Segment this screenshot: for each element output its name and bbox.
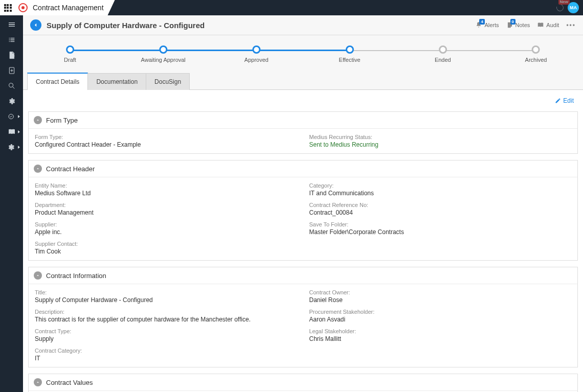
field-label: Department:	[35, 202, 297, 208]
field-label: Contract Category:	[35, 348, 297, 354]
field-label: Supplier Contact:	[35, 241, 297, 247]
brand-title: Contract Management	[33, 4, 104, 12]
panel-col-right: Category:IT and CommunicationsContract R…	[309, 182, 572, 255]
topbar-right: New MA	[555, 2, 583, 13]
field: Form Type:Configured Contract Header - E…	[35, 134, 297, 148]
refresh-icon[interactable]: New	[555, 3, 565, 12]
field: Save To Folder:Master Folder\Corporate C…	[309, 221, 572, 236]
field: Legal Stakeholder:Chris Mallitt	[309, 328, 572, 342]
collapse-icon[interactable]	[34, 165, 42, 173]
panel-contract-values: Contract ValuesEstimated Contract Value:…	[28, 374, 578, 392]
panel-col-right: Medius Recurring Status:Sent to Medius R…	[309, 134, 572, 148]
collapse-icon[interactable]	[34, 116, 42, 124]
field-label: Legal Stakeholder:	[309, 328, 572, 334]
step-label: Effective	[339, 57, 361, 63]
step-label: Awaiting Approval	[141, 57, 186, 63]
field: Category:IT and Communications	[309, 182, 572, 197]
field-value: Supply of Computer Hardware - Configured	[35, 296, 297, 304]
field: Supplier:Apple inc.	[35, 221, 297, 236]
step-label: Ended	[435, 57, 451, 63]
field-label: Save To Folder:	[309, 221, 572, 227]
field-value: This contract is for the supplier of com…	[35, 316, 297, 323]
field: Procurement Stakeholder:Aaron Asvadi	[309, 309, 572, 323]
field: Contract Reference No:Contract_00084	[309, 202, 572, 216]
field: Department:Product Management	[35, 202, 297, 216]
panel-contract-information: Contract InformationTitle:Supply of Comp…	[28, 267, 578, 367]
sidebar-add-document-icon[interactable]	[0, 63, 23, 78]
collapse-icon[interactable]	[34, 271, 42, 280]
field-value: Aaron Asvadi	[309, 316, 572, 323]
collapse-icon[interactable]	[34, 378, 42, 386]
panel-title: Contract Information	[46, 272, 106, 280]
field: Entity Name:Medius Software Ltd	[35, 182, 297, 197]
notes-label: Notes	[515, 22, 530, 28]
field-value: Sent to Medius Recurring	[309, 141, 572, 148]
field-value: Apple inc.	[35, 228, 297, 236]
sidebar-settings-icon[interactable]	[0, 140, 23, 154]
panel-form-type: Form TypeForm Type:Configured Contract H…	[28, 111, 578, 154]
step-draft[interactable]: Draft	[64, 45, 76, 63]
field-value: Medius Software Ltd	[35, 190, 297, 197]
apps-grid-icon[interactable]	[0, 0, 15, 15]
book-open-icon	[537, 21, 544, 29]
stepper: DraftAwaiting ApprovalApprovedEffectiveE…	[23, 35, 583, 72]
panel-title: Contract Values	[46, 379, 93, 386]
sidebar-search-icon[interactable]	[0, 79, 23, 93]
back-button[interactable]	[30, 19, 41, 31]
notes-button[interactable]: 0 Notes	[506, 21, 530, 29]
header-actions: 4 Alerts 0 Notes Audit •••	[475, 21, 576, 29]
sidebar-list-icon[interactable]	[0, 33, 23, 47]
panel-col-left: Title:Supply of Computer Hardware - Conf…	[35, 289, 297, 362]
new-badge: New	[558, 0, 570, 5]
edit-button[interactable]: Edit	[555, 93, 574, 108]
tab-documentation[interactable]: Documentation	[88, 73, 146, 90]
sidebar-menu-icon[interactable]	[0, 17, 23, 32]
content: Form TypeForm Type:Configured Contract H…	[23, 111, 583, 392]
notes-count: 0	[510, 19, 515, 25]
edit-label: Edit	[563, 97, 574, 104]
field: Title:Supply of Computer Hardware - Conf…	[35, 289, 297, 304]
step-approved[interactable]: Approved	[244, 45, 268, 63]
field-label: Procurement Stakeholder:	[309, 309, 572, 315]
step-label: Archived	[525, 57, 547, 63]
field-label: Title:	[35, 289, 297, 295]
panel-col-right: Contract Owner:Daniel RoseProcurement St…	[309, 289, 572, 362]
alerts-count: 4	[479, 19, 484, 25]
audit-button[interactable]: Audit	[537, 21, 559, 29]
panel-col-left: Form Type:Configured Contract Header - E…	[35, 134, 297, 148]
sidebar-book-icon[interactable]	[0, 125, 23, 139]
field: Supplier Contact:Tim Cook	[35, 241, 297, 255]
field: Contract Category:IT	[35, 348, 297, 362]
sidebar-approve-icon[interactable]	[0, 109, 23, 124]
sidebar-gear-icon[interactable]	[0, 94, 23, 108]
svg-point-1	[9, 83, 13, 87]
panel-contract-header: Contract HeaderEntity Name:Medius Softwa…	[28, 160, 578, 261]
panel-col-left: Entity Name:Medius Software LtdDepartmen…	[35, 182, 297, 255]
step-ended[interactable]: Ended	[435, 45, 451, 63]
sidebar-document-icon[interactable]	[0, 48, 23, 62]
field-label: Form Type:	[35, 134, 297, 140]
step-label: Draft	[64, 57, 76, 63]
field-label: Contract Type:	[35, 328, 297, 334]
field-label: Entity Name:	[35, 182, 297, 189]
panel-title: Contract Header	[46, 165, 95, 173]
main: Supply of Computer Hardware - Configured…	[23, 15, 583, 392]
tab-docusign[interactable]: DocuSign	[146, 73, 190, 90]
field-value: Chris Mallitt	[309, 335, 572, 342]
step-awaiting-approval[interactable]: Awaiting Approval	[141, 45, 186, 63]
audit-label: Audit	[546, 22, 559, 28]
field-value: IT and Communications	[309, 190, 572, 197]
field: Description:This contract is for the sup…	[35, 309, 297, 323]
topbar: Contract Management New MA	[0, 0, 583, 15]
brand-tab[interactable]: Contract Management	[15, 0, 115, 15]
field-value: Supply	[35, 335, 297, 342]
tab-contract-details[interactable]: Contract Details	[27, 73, 88, 90]
more-menu-icon[interactable]: •••	[566, 21, 576, 29]
step-effective[interactable]: Effective	[339, 45, 361, 63]
alerts-button[interactable]: 4 Alerts	[475, 21, 499, 29]
step-archived[interactable]: Archived	[525, 45, 547, 63]
field: Medius Recurring Status:Sent to Medius R…	[309, 134, 572, 148]
page-header: Supply of Computer Hardware - Configured…	[23, 15, 583, 35]
field-value: Configured Contract Header - Example	[35, 141, 297, 148]
field-label: Category:	[309, 182, 572, 189]
